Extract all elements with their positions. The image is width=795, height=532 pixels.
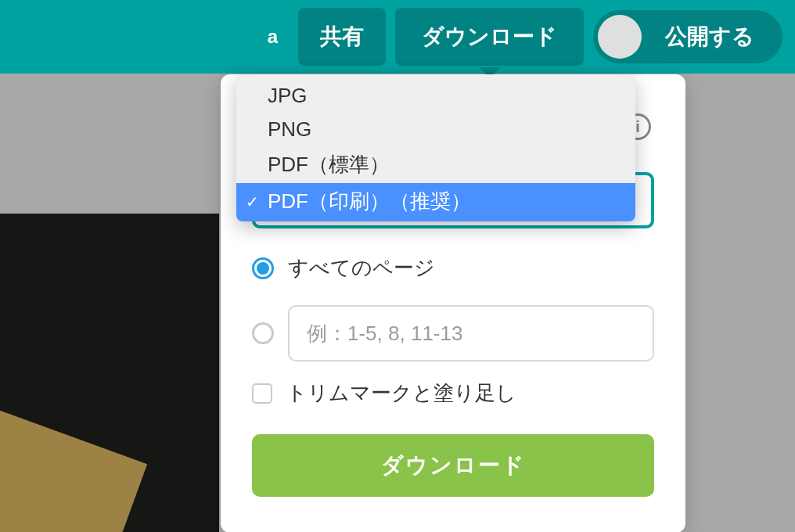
trim-marks-label: トリムマークと塗り足し	[286, 379, 516, 407]
trim-marks-checkbox-row[interactable]: トリムマークと塗り足し	[252, 379, 516, 407]
radio-all-pages-label: すべてのページ	[288, 254, 435, 282]
dropdown-option-label: PDF（印刷）（推奨）	[268, 188, 471, 215]
dropdown-option-pdf-print[interactable]: ✓ PDF（印刷）（推奨）	[236, 183, 635, 221]
download-button[interactable]: ダウンロード	[252, 434, 654, 497]
avatar	[598, 15, 642, 59]
page-radio-group: すべてのページ	[252, 254, 654, 385]
share-button-label: 共有	[320, 22, 364, 52]
canvas-preview	[0, 214, 219, 532]
dropdown-option-label: JPG	[268, 84, 308, 108]
format-dropdown: JPG PNG PDF（標準） ✓ PDF（印刷）（推奨）	[236, 74, 635, 221]
canvas-shape	[0, 411, 147, 532]
radio-page-range[interactable]	[252, 305, 654, 361]
toolbar-label-a: a	[257, 26, 289, 48]
check-icon: ✓	[246, 192, 259, 211]
download-tab-label: ダウンロード	[422, 22, 557, 52]
share-button[interactable]: 共有	[298, 8, 386, 66]
trim-marks-checkbox[interactable]	[252, 383, 272, 404]
dropdown-option-pdf-standard[interactable]: PDF（標準）	[236, 146, 635, 183]
dropdown-option-png[interactable]: PNG	[236, 113, 635, 146]
dropdown-option-label: PNG	[268, 117, 311, 142]
publish-label: 公開する	[665, 22, 754, 52]
publish-button[interactable]: 公開する	[593, 10, 782, 63]
radio-all-pages[interactable]: すべてのページ	[252, 254, 654, 282]
radio-page-range-indicator	[252, 322, 274, 344]
dropdown-option-label: PDF（標準）	[268, 151, 390, 178]
radio-all-pages-indicator	[252, 257, 274, 279]
top-toolbar: a 共有 ダウンロード 公開する	[0, 0, 795, 74]
download-tab-button[interactable]: ダウンロード	[395, 8, 584, 66]
dropdown-option-jpg[interactable]: JPG	[236, 74, 635, 113]
page-range-input[interactable]	[288, 305, 654, 361]
download-button-label: ダウンロード	[381, 453, 526, 477]
